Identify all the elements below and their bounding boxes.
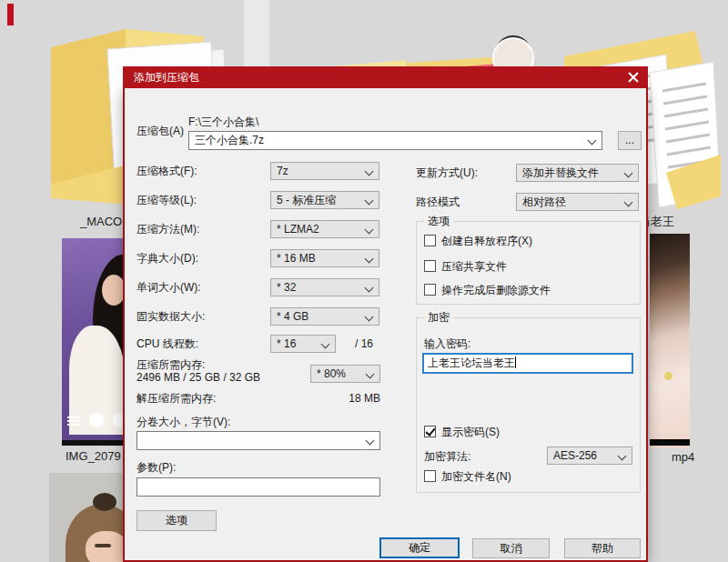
chevron-down-icon — [321, 340, 330, 349]
path-mode-combobox[interactable]: 相对路径 — [516, 193, 639, 211]
encryption-method-value: AES-256 — [553, 449, 597, 462]
decompress-memory-value: 18 MB — [343, 392, 380, 405]
chevron-down-icon — [365, 226, 374, 235]
update-mode-label: 更新方式(U): — [416, 166, 478, 179]
cpu-threads-combobox[interactable]: * 16 — [270, 335, 336, 353]
ok-button[interactable]: 确定 — [379, 537, 460, 558]
progress-bar — [650, 439, 690, 446]
decompress-memory-label: 解压缩所需内存: — [136, 392, 216, 405]
dictionary-value: * 16 MB — [277, 252, 316, 265]
help-button[interactable]: 帮助 — [564, 538, 641, 558]
memory-percent-combobox[interactable]: * 80% — [310, 365, 380, 383]
chevron-down-icon — [365, 284, 374, 293]
earring-shape — [664, 372, 672, 380]
close-icon[interactable] — [624, 70, 642, 85]
options-group: 选项 创建自释放程序(X) 压缩共享文件 操作完成后删除源文件 — [416, 221, 641, 305]
create-sfx-checkbox[interactable] — [424, 235, 436, 246]
level-combobox[interactable]: 5 - 标准压缩 — [270, 191, 379, 209]
solid-block-label: 固实数据大小: — [136, 310, 205, 323]
solid-block-combobox[interactable]: * 4 GB — [270, 307, 379, 326]
video-thumbnail-mp4[interactable] — [650, 234, 690, 448]
chevron-down-icon[interactable] — [588, 136, 597, 146]
solid-block-value: * 4 GB — [277, 310, 308, 323]
cpu-threads-total: / 16 — [355, 337, 373, 350]
encryption-group-title: 加密 — [424, 311, 453, 324]
method-combobox[interactable]: * LZMA2 — [270, 220, 379, 238]
photo-thumbnail-bottom[interactable] — [49, 473, 127, 562]
cpu-threads-value: * 16 — [277, 337, 296, 350]
format-combobox[interactable]: 7z — [270, 162, 379, 180]
dialog-titlebar[interactable]: 添加到压缩包 — [123, 66, 648, 88]
add-to-archive-dialog: 添加到压缩包 压缩包(A) F:\三个小合集\ 三个小合集.7z ... 压缩格… — [123, 88, 648, 562]
archive-label: 压缩包(A) — [136, 125, 184, 137]
chevron-down-icon — [624, 198, 633, 207]
delete-after-label[interactable]: 操作完成后删除源文件 — [441, 284, 551, 296]
chevron-down-icon — [366, 370, 375, 379]
player-menu-icon — [67, 416, 80, 418]
cpu-threads-label: CPU 线程数: — [136, 337, 198, 350]
format-label: 压缩格式(F): — [136, 165, 197, 177]
update-mode-combobox[interactable]: 添加并替换文件 — [516, 164, 639, 182]
eyebrow-shape — [95, 544, 111, 547]
level-label: 压缩等级(L): — [136, 194, 197, 206]
format-value: 7z — [277, 165, 288, 177]
chevron-down-icon — [624, 169, 633, 178]
volume-size-combobox[interactable] — [136, 431, 380, 450]
options-group-title: 选项 — [424, 215, 453, 227]
archive-name-value: 三个小合集.7z — [195, 134, 264, 146]
options-button[interactable]: 选项 — [136, 510, 217, 531]
memory-percent-value: * 80% — [317, 367, 346, 380]
cancel-button[interactable]: 取消 — [472, 538, 550, 558]
chevron-down-icon — [365, 255, 374, 264]
memory-usage-label: 压缩所需内存: — [136, 358, 205, 371]
encryption-method-label: 加密算法: — [424, 450, 470, 463]
encrypt-filenames-label[interactable]: 加密文件名(N) — [441, 470, 511, 483]
word-size-combobox[interactable]: * 32 — [270, 278, 379, 296]
dialog-title: 添加到压缩包 — [134, 66, 199, 88]
volume-size-label: 分卷大小，字节(V): — [136, 416, 230, 428]
encrypt-filenames-checkbox[interactable] — [424, 470, 436, 482]
encryption-group: 加密 输入密码: 上老王论坛当老王 显示密码(S) 加密算法: AES-256 … — [416, 317, 641, 493]
mic-button-icon — [89, 413, 104, 427]
archive-name-combobox[interactable]: 三个小合集.7z — [188, 131, 602, 150]
screen: _MACO — [0, 0, 728, 562]
memory-usage-detail: 2496 MB / 25 GB / 32 GB — [136, 371, 260, 384]
red-accent-mark — [7, 4, 14, 25]
method-value: * LZMA2 — [277, 223, 319, 236]
password-label: 输入密码: — [424, 337, 470, 350]
encryption-method-combobox[interactable]: AES-256 — [547, 447, 632, 465]
show-password-label[interactable]: 显示密码(S) — [441, 426, 500, 438]
dictionary-label: 字典大小(D): — [136, 252, 198, 265]
video-thumbnail-mp4-label[interactable]: mp4 — [672, 450, 694, 464]
folder-macosx-label[interactable]: _MACO — [80, 215, 122, 228]
password-value: 上老王论坛当老王 — [428, 356, 515, 369]
chevron-down-icon — [618, 452, 627, 461]
compress-shared-checkbox[interactable] — [424, 260, 436, 272]
dictionary-combobox[interactable]: * 16 MB — [270, 249, 379, 267]
text-caret — [515, 356, 516, 368]
compress-shared-label[interactable]: 压缩共享文件 — [441, 260, 507, 273]
password-input[interactable]: 上老王论坛当老王 — [422, 353, 633, 374]
create-sfx-label[interactable]: 创建自释放程序(X) — [441, 235, 532, 247]
method-label: 压缩方法(M): — [136, 223, 199, 236]
parameters-input[interactable] — [136, 477, 380, 497]
word-size-label: 单词大小(W): — [136, 281, 201, 294]
video-thumbnail-label[interactable]: IMG_2079 — [66, 449, 121, 463]
word-size-value: * 32 — [277, 281, 296, 294]
chevron-down-icon — [365, 313, 374, 322]
show-password-checkbox[interactable] — [424, 426, 436, 437]
parameters-label: 参数(P): — [136, 461, 176, 474]
path-mode-value: 相对路径 — [522, 196, 566, 208]
delete-after-checkbox[interactable] — [424, 284, 436, 296]
chevron-down-icon — [365, 167, 374, 176]
browse-button[interactable]: ... — [618, 131, 642, 150]
chevron-down-icon — [365, 196, 374, 206]
hair-bun-shape — [93, 493, 116, 511]
chevron-down-icon[interactable] — [366, 437, 375, 446]
path-mode-label: 路径模式 — [416, 196, 460, 208]
level-value: 5 - 标准压缩 — [277, 194, 336, 206]
archive-path-hint: F:\三个小合集\ — [188, 115, 258, 128]
update-mode-value: 添加并替换文件 — [522, 166, 599, 179]
